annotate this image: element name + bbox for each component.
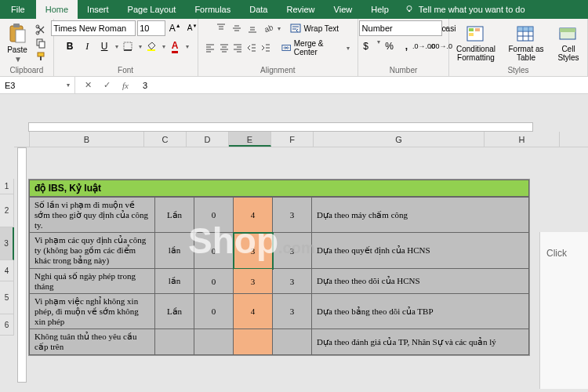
tab-insert[interactable]: Insert: [78, 0, 118, 19]
cell[interactable]: Lần: [155, 198, 194, 233]
cell[interactable]: 4: [234, 294, 273, 329]
cell[interactable]: Dựa theo quyết định của HCNS: [312, 233, 529, 269]
cell[interactable]: Vi phạm các quy định của công ty (không …: [30, 233, 155, 269]
tab-data[interactable]: Data: [240, 0, 277, 19]
font-size-select[interactable]: [137, 20, 165, 36]
format-as-table-button[interactable]: Format as Table: [504, 25, 548, 62]
table-row[interactable]: Vi phạm các quy định của công ty (không …: [30, 233, 529, 269]
svg-rect-46: [475, 28, 480, 31]
name-box[interactable]: E3▾: [0, 77, 75, 93]
cell[interactable]: [234, 329, 273, 355]
row-header[interactable]: 1: [0, 179, 14, 194]
number-format-select[interactable]: [359, 20, 442, 36]
conditional-formatting-button[interactable]: Conditional Formatting: [454, 25, 498, 62]
tab-page-layout[interactable]: Page Layout: [118, 0, 186, 19]
table-row[interactable]: Vi phạm việc nghỉ không xin phép, đi muộ…: [30, 294, 529, 329]
cell[interactable]: [155, 329, 194, 355]
cell[interactable]: Dựa theo theo dõi của HCNS: [312, 269, 529, 294]
table-row[interactable]: Số lần vi phạm đi muộn về sớm theo giờ q…: [30, 198, 529, 233]
col-header[interactable]: E: [229, 132, 271, 147]
cell[interactable]: Dựa theo bảng theo dõi của TBP: [312, 294, 529, 329]
italic-button[interactable]: I: [79, 38, 95, 54]
orientation-button[interactable]: ab: [260, 20, 276, 36]
row-header[interactable]: 2: [0, 194, 14, 227]
cell[interactable]: 4: [234, 198, 273, 233]
worksheet-page[interactable]: độ IBS, Kỷ luật Số lần vi phạm đi muộn v…: [28, 179, 530, 356]
cell[interactable]: Dựa theo đánh giá của TP, Nhân Sự và các…: [312, 329, 529, 355]
tab-view[interactable]: View: [325, 0, 362, 19]
cell[interactable]: Số lần vi phạm đi muộn về sớm theo giờ q…: [30, 198, 155, 233]
table-icon: [516, 25, 536, 44]
cell[interactable]: 0: [194, 198, 234, 233]
tab-file[interactable]: File: [0, 0, 36, 19]
selected-cell[interactable]: 3: [234, 233, 273, 269]
cell[interactable]: 0: [194, 269, 234, 294]
percent-button[interactable]: %: [382, 38, 397, 54]
col-header[interactable]: F: [271, 132, 314, 147]
chevron-down-icon: ▾: [278, 25, 281, 32]
cell[interactable]: 3: [273, 233, 312, 269]
cell[interactable]: Dựa theo máy chấm công: [312, 198, 529, 233]
tell-me-search[interactable]: Tell me what you want to do: [405, 5, 525, 14]
paste-button[interactable]: Paste ▼: [5, 23, 30, 64]
underline-button[interactable]: U: [96, 38, 112, 54]
copy-button[interactable]: [34, 38, 47, 49]
decrease-indent-button[interactable]: [245, 40, 259, 56]
merge-center-button[interactable]: Merge & Center ▾: [278, 38, 353, 58]
tab-review[interactable]: Review: [277, 0, 324, 19]
decrease-decimal-button[interactable]: .00→.0: [434, 38, 449, 54]
cell[interactable]: 3: [273, 269, 312, 294]
row-header[interactable]: 6: [0, 314, 14, 336]
cell[interactable]: Vi phạm việc nghỉ không xin phép, đi muộ…: [30, 294, 155, 329]
table-row[interactable]: Không tuân thủ theo yêu cầu cấp trênDựa …: [30, 329, 529, 355]
enter-formula-button[interactable]: ✓: [100, 80, 113, 90]
tab-home[interactable]: Home: [36, 0, 78, 19]
cell[interactable]: Không tuân thủ theo yêu cầu cấp trên: [30, 329, 155, 355]
cell[interactable]: Nghi quá số ngày phép trong tháng: [30, 269, 155, 294]
fx-icon[interactable]: fx: [119, 81, 132, 90]
side-panel[interactable]: Click: [539, 232, 588, 389]
increase-font-button[interactable]: A▲: [167, 20, 183, 36]
tab-formulas[interactable]: Formulas: [185, 0, 240, 19]
cell[interactable]: 0: [194, 294, 234, 329]
col-header[interactable]: C: [144, 132, 187, 147]
align-center-button[interactable]: [217, 40, 231, 56]
fill-color-button[interactable]: [143, 38, 159, 54]
col-header[interactable]: D: [187, 132, 229, 147]
align-right-button[interactable]: [230, 40, 245, 56]
align-top-button[interactable]: [213, 20, 229, 36]
increase-indent-button[interactable]: [259, 40, 273, 56]
col-header[interactable]: B: [30, 132, 144, 147]
row-header[interactable]: 4: [0, 260, 14, 281]
row-header[interactable]: 5: [0, 281, 14, 314]
cell[interactable]: 3: [273, 294, 312, 329]
cell[interactable]: lần: [155, 233, 194, 269]
cell-styles-button[interactable]: Cell Styles: [554, 25, 583, 62]
cell[interactable]: lần: [155, 269, 194, 294]
cell[interactable]: 3: [234, 269, 273, 294]
chevron-down-icon: ▾: [186, 43, 189, 50]
tab-help[interactable]: Help: [361, 0, 398, 19]
align-middle-button[interactable]: [229, 20, 245, 36]
bold-button[interactable]: B: [62, 38, 78, 54]
align-bottom-button[interactable]: [245, 20, 260, 36]
col-header[interactable]: H: [485, 132, 560, 147]
table-row[interactable]: Nghi quá số ngày phép trong thánglần033D…: [30, 269, 529, 294]
font-name-select[interactable]: [51, 20, 136, 36]
cell[interactable]: Lần: [155, 294, 194, 329]
cell[interactable]: [273, 329, 312, 355]
cell[interactable]: 0: [194, 233, 234, 269]
align-left-button[interactable]: [203, 40, 217, 56]
cell[interactable]: [194, 329, 234, 355]
border-button[interactable]: [120, 38, 136, 54]
formula-bar[interactable]: 3: [143, 81, 147, 90]
row-header[interactable]: 3: [0, 227, 14, 260]
font-color-button[interactable]: A: [167, 38, 183, 54]
cancel-formula-button[interactable]: ✕: [82, 80, 94, 90]
cell[interactable]: 3: [273, 198, 312, 233]
cut-button[interactable]: [34, 24, 47, 35]
currency-button[interactable]: $: [358, 38, 374, 54]
col-header[interactable]: G: [314, 132, 485, 147]
wrap-text-button[interactable]: Wrap Text: [287, 21, 342, 35]
format-painter-button[interactable]: [34, 51, 47, 62]
